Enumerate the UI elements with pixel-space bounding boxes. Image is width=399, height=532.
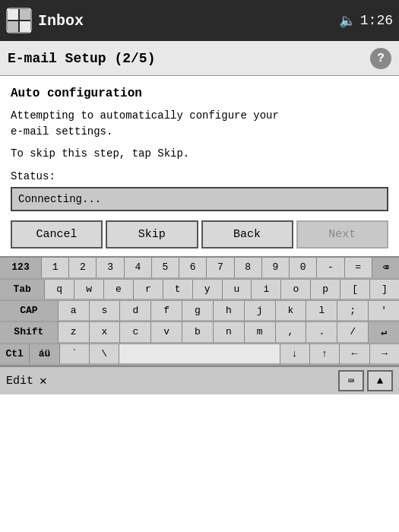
key-c[interactable]: c [120, 322, 151, 344]
key-h[interactable]: h [214, 301, 245, 321]
key-backtick[interactable]: ` [60, 344, 90, 365]
bottom-bar: Edit ✕ ⌨ ▲ [0, 366, 399, 394]
key-down[interactable]: ↓ [280, 344, 310, 365]
key-f[interactable]: f [151, 301, 182, 321]
key-w[interactable]: w [74, 280, 104, 300]
page-title: E-mail Setup (2/5) [8, 51, 155, 66]
key-6[interactable]: 6 [179, 258, 207, 279]
volume-icon: 🔈 [339, 12, 356, 29]
key-o[interactable]: o [281, 280, 311, 300]
key-space[interactable] [119, 344, 280, 365]
key-v[interactable]: v [151, 322, 182, 344]
key-aue[interactable]: áü [30, 344, 59, 365]
bottom-left: Edit ✕ [6, 373, 47, 388]
time-display: 1:26 [360, 13, 393, 28]
status-label: Status: [11, 170, 388, 182]
key-5[interactable]: 5 [152, 258, 179, 279]
up-arrow-icon: ▲ [377, 375, 383, 387]
key-enter[interactable]: ↵ [369, 322, 399, 344]
key-n[interactable]: n [214, 322, 245, 344]
key-k[interactable]: k [276, 301, 307, 321]
key-e[interactable]: e [104, 280, 134, 300]
keyboard-icon: ⌨ [348, 375, 354, 388]
key-0[interactable]: 0 [290, 258, 317, 279]
key-semicolon[interactable]: ; [337, 301, 369, 321]
title-right: 🔈 1:26 [339, 12, 393, 29]
key-7[interactable]: 7 [207, 258, 234, 279]
key-j[interactable]: j [245, 301, 276, 321]
keyboard-row-5: Ctl áü ` \ ↓ ↑ ← → [0, 344, 399, 366]
key-comma[interactable]: , [276, 322, 307, 344]
key-shift[interactable]: Shift [0, 322, 59, 344]
key-d[interactable]: d [120, 301, 151, 321]
content-area: Auto configuration Attempting to automat… [0, 76, 399, 256]
windows-logo-icon [6, 8, 32, 33]
bottom-right: ⌨ ▲ [338, 370, 393, 391]
keyboard-row-2: Tab q w e r t y u i o p [ ] [0, 280, 399, 301]
close-icon[interactable]: ✕ [40, 373, 47, 388]
keyboard: 123 1 2 3 4 5 6 7 8 9 0 - = ⌫ Tab q w e … [0, 256, 399, 366]
title-bar: Inbox 🔈 1:26 [0, 0, 399, 41]
back-button[interactable]: Back [201, 220, 293, 249]
title-left: Inbox [6, 8, 84, 33]
svg-rect-3 [20, 21, 30, 32]
key-3[interactable]: 3 [97, 258, 124, 279]
key-8[interactable]: 8 [235, 258, 262, 279]
key-left[interactable]: ← [340, 344, 369, 365]
keyboard-row-1: 123 1 2 3 4 5 6 7 8 9 0 - = ⌫ [0, 258, 399, 280]
key-a[interactable]: a [59, 301, 90, 321]
key-ctl[interactable]: Ctl [0, 344, 30, 365]
skip-hint-text: To skip this step, tap Skip. [11, 147, 388, 160]
desc-line1: Attempting to automatically configure yo… [11, 109, 279, 122]
key-rbracket[interactable]: ] [370, 280, 399, 300]
scroll-up-button[interactable]: ▲ [367, 370, 393, 391]
key-q[interactable]: q [45, 280, 74, 300]
key-9[interactable]: 9 [262, 258, 290, 279]
key-x[interactable]: x [90, 322, 121, 344]
header-bar: E-mail Setup (2/5) ? [0, 41, 399, 76]
svg-rect-0 [8, 9, 18, 20]
key-cap[interactable]: CAP [0, 301, 59, 321]
cancel-button[interactable]: Cancel [11, 220, 103, 249]
key-backslash[interactable]: \ [90, 344, 119, 365]
keyboard-row-4: Shift z x c v b n m , . / ↵ [0, 322, 399, 344]
key-i[interactable]: i [252, 280, 281, 300]
section-title: Auto configuration [11, 87, 388, 100]
svg-rect-1 [20, 9, 30, 20]
key-right[interactable]: → [370, 344, 399, 365]
key-b[interactable]: b [182, 322, 214, 344]
skip-button[interactable]: Skip [106, 220, 198, 249]
key-up[interactable]: ↑ [310, 344, 340, 365]
key-4[interactable]: 4 [125, 258, 152, 279]
key-minus[interactable]: - [317, 258, 344, 279]
help-button[interactable]: ? [370, 48, 391, 69]
key-tab[interactable]: Tab [0, 280, 45, 300]
description-text: Attempting to automatically configure yo… [11, 108, 388, 140]
key-g[interactable]: g [182, 301, 214, 321]
key-1[interactable]: 1 [42, 258, 69, 279]
key-s[interactable]: s [90, 301, 121, 321]
key-u[interactable]: u [223, 280, 252, 300]
key-backspace[interactable]: ⌫ [372, 258, 399, 279]
edit-label[interactable]: Edit [6, 375, 33, 388]
key-quote[interactable]: ' [369, 301, 399, 321]
key-t[interactable]: t [163, 280, 193, 300]
desc-line2: e-mail settings. [11, 125, 112, 138]
key-z[interactable]: z [59, 322, 90, 344]
key-lbracket[interactable]: [ [340, 280, 370, 300]
next-button: Next [296, 220, 388, 249]
keyboard-row-3: CAP a s d f g h j k l ; ' [0, 301, 399, 322]
key-r[interactable]: r [134, 280, 163, 300]
key-l[interactable]: l [306, 301, 337, 321]
key-m[interactable]: m [245, 322, 276, 344]
buttons-row: Cancel Skip Back Next [11, 220, 388, 249]
key-p[interactable]: p [311, 280, 340, 300]
keyboard-toggle-button[interactable]: ⌨ [338, 370, 364, 391]
key-equals[interactable]: = [345, 258, 372, 279]
key-123[interactable]: 123 [0, 258, 42, 279]
status-input[interactable] [11, 187, 388, 211]
key-2[interactable]: 2 [69, 258, 97, 279]
key-slash[interactable]: / [337, 322, 369, 344]
key-period[interactable]: . [306, 322, 337, 344]
key-y[interactable]: y [193, 280, 223, 300]
